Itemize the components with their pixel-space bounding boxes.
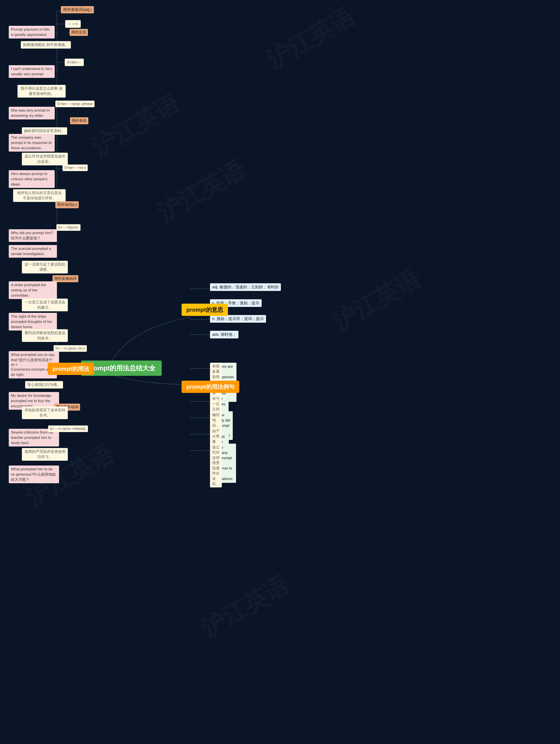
cn-she-prompt: 她给我写回信非常及时。: [22, 127, 67, 135]
cn-prompt-payment: 如期缴清账款,则不胜感激。: [21, 41, 71, 48]
cn-knowledge: 求知欲使我买了这本百科全书。: [22, 406, 68, 419]
watermark-6: 沪江英语: [195, 569, 295, 645]
v-category: 用作动词(v.): [55, 201, 79, 208]
en-ships: The sight of the ships prompted thoughts…: [9, 313, 57, 331]
pattern-sbe-tov: S+be+～+to-v: [63, 164, 88, 171]
cn-strike: 一次罢工促成了该委员会的建立。: [22, 299, 68, 311]
cn-scandal: 这一丑闻引起了参议院的调查。: [22, 261, 68, 273]
watermark-4: 沪江英语: [326, 262, 426, 339]
label-biaoyu: 用作表语: [70, 117, 88, 124]
cn-conscience: 良心使我们行为善。: [25, 381, 63, 388]
meaning-adv: adv. 准时地；: [210, 331, 238, 338]
cn-company-prompt: 该公司对这些指责迅速作出反应。: [22, 153, 68, 165]
label-dingyu: 用作定语: [70, 29, 88, 36]
cn-criticize: 他对别人想出的主意总是迫不及待地进行评价。: [13, 189, 66, 202]
en-scandal: The scandal prompted a senate investigat…: [9, 245, 57, 258]
meaning-label: prompt的意思: [186, 306, 223, 313]
central-label: prompt的用法总结大全: [87, 365, 155, 372]
en-generous: What prompted him to be so generous?什么使得…: [9, 466, 59, 483]
en-strike: A strike prompted the setting up of the …: [9, 281, 57, 299]
pattern-tobeadj: S+～+n./pron.+tobeadj.: [48, 425, 88, 432]
pattern-sbe-prep: S+be+～+prep.-phrase: [55, 101, 95, 107]
cn-ships: 看到这些船使他想起遥远的故乡。: [22, 329, 68, 342]
pattern-s-n-tov: S+～+n./pron.+to-v: [53, 345, 87, 352]
examples-label: prompt的用法例句: [186, 383, 234, 390]
en-why-prompt: Why did you prompt him?你为什么要提他？: [9, 229, 57, 242]
mind-map: 沪江英语 沪江英语 沪江英语 沪江英语 沪江英语 沪江英语: [0, 0, 560, 744]
watermark-3: 沪江英语: [151, 153, 251, 229]
usage-node: prompt的用法: [48, 363, 94, 375]
pattern-s-pron: S+～+it/pron.: [57, 224, 80, 231]
meaning-n: n. 激励；提示符；提词；提示: [210, 315, 266, 323]
en-she-prompt: She was very prompt in answering my lett…: [9, 107, 55, 119]
en-company-prompt: The company was prompt in its response t…: [9, 134, 55, 152]
cn-severe: 老师的严厉批评促使他用功学习。: [22, 448, 68, 461]
en-criticize: He's always prompt to criticize other pe…: [9, 170, 55, 188]
examples-node: prompt的用法例句: [182, 381, 239, 393]
adj-category: 用作形容词(adj.): [61, 6, 94, 13]
meaning-node: prompt的意思: [182, 304, 228, 316]
watermark-1: 沪江英语: [86, 87, 186, 164]
meaning-adj: adj. 敏捷的；迅速的；立刻的；准时的: [210, 283, 281, 291]
label-jiwu: 用作及物动词: [52, 275, 78, 282]
watermark-2: 沪江英语: [261, 0, 361, 76]
en-cant-understand: I can't understand it; he's usually very…: [9, 65, 55, 78]
cn-cant-understand: 我不明白这是怎么回事,他通常很准时的。: [17, 85, 66, 98]
usage-label: prompt的用法: [52, 366, 89, 372]
en-prompt-payment: Prompt payment of bills is greatly appre…: [9, 26, 55, 38]
pattern-adj-n: ～＋n.: [65, 20, 81, 28]
pattern-sbe-adj: S+be+～: [65, 59, 84, 66]
